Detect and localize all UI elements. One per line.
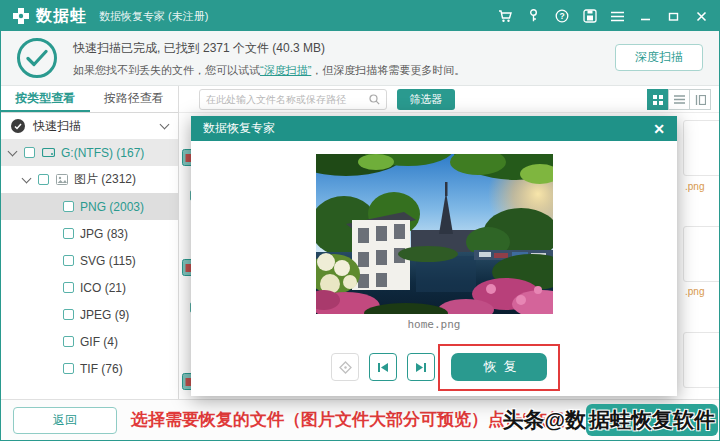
tree-item-label: JPG (83) <box>80 227 128 241</box>
grid-toolbar: 筛选器 <box>179 86 719 113</box>
tree-checkbox[interactable] <box>63 336 74 347</box>
data-recovery-app-window: 数据蛙 数据恢复专家 (未注册) ? <box>0 0 720 441</box>
tree-checkbox[interactable] <box>63 228 74 239</box>
file-card[interactable] <box>683 226 719 282</box>
preview-controls: 恢复 <box>191 353 677 381</box>
scan-mode-label: 快速扫描 <box>33 118 81 135</box>
tree-checkbox[interactable] <box>63 363 74 374</box>
tree-item-ico[interactable]: ICO (21) <box>1 274 178 301</box>
maximize-icon[interactable] <box>666 9 681 24</box>
dialog-title-bar: 数据恢复专家 ✕ <box>191 116 677 141</box>
app-logo-icon <box>11 6 31 26</box>
recover-button[interactable]: 恢复 <box>451 353 547 381</box>
tree-item-label: PNG (2003) <box>80 200 144 214</box>
grid-view-icon[interactable] <box>647 89 669 110</box>
sidebar: 按类型查看 按路径查看 快速扫描 G:(NTFS) (167) 图片 (2312… <box>1 86 179 399</box>
chevron-down-icon[interactable] <box>8 146 18 156</box>
watermark: 头条@数据蛙恢复软件 <box>503 404 718 436</box>
tree-item-tif[interactable]: TIF (76) <box>1 355 178 382</box>
dialog-close-icon[interactable]: ✕ <box>653 122 665 136</box>
tree-item-jpeg[interactable]: JPEG (9) <box>1 301 178 328</box>
svg-text:?: ? <box>559 11 564 21</box>
chevron-down-icon[interactable] <box>22 173 32 183</box>
tree-checkbox[interactable] <box>63 201 74 212</box>
close-icon[interactable] <box>694 9 709 24</box>
tree-item-label: G:(NTFS) (167) <box>61 146 144 160</box>
filter-button[interactable]: 筛选器 <box>397 89 455 110</box>
tree-checkbox[interactable] <box>24 147 35 158</box>
scan-mode-check-icon <box>11 119 25 133</box>
title-bar: 数据蛙 数据恢复专家 (未注册) ? <box>1 1 719 31</box>
preview-filename: home.png <box>191 318 677 331</box>
tree-item-label: 图片 (2312) <box>74 171 136 188</box>
scan-summary-text: 快速扫描已完成, 已找到 2371 个文件 (40.3 MB) <box>73 40 465 57</box>
deep-scan-link[interactable]: “深度扫描” <box>260 64 311 76</box>
file-card[interactable] <box>683 332 719 388</box>
watermark-prefix: 头条@数 <box>503 406 586 434</box>
tree-checkbox[interactable] <box>63 255 74 266</box>
tree-item-drive[interactable]: G:(NTFS) (167) <box>1 139 178 166</box>
dialog-title: 数据恢复专家 <box>203 120 275 137</box>
file-name: .png <box>685 286 704 297</box>
tree-checkbox[interactable] <box>63 282 74 293</box>
search-box <box>199 89 387 110</box>
tab-view-by-path[interactable]: 按路径查看 <box>90 86 179 112</box>
app-subtitle: 数据恢复专家 (未注册) <box>99 9 208 24</box>
drive-icon <box>42 147 55 158</box>
menu-icon[interactable] <box>610 9 625 24</box>
tree-item-jpg[interactable]: JPG (83) <box>1 220 178 247</box>
scan-mode-selector[interactable]: 快速扫描 <box>1 113 178 139</box>
scan-hint-text: 如果您找不到丢失的文件，您可以试试“深度扫描”，但深度扫描将需要更多时间。 <box>73 63 465 78</box>
save-icon[interactable] <box>582 9 597 24</box>
file-card[interactable] <box>683 120 719 176</box>
list-view-icon[interactable] <box>668 89 690 110</box>
chevron-down-icon <box>160 120 170 130</box>
deep-scan-button[interactable]: 深度扫描 <box>615 44 703 71</box>
tree-item-label: GIF (4) <box>80 335 118 349</box>
preview-image <box>316 154 553 314</box>
minimize-icon[interactable] <box>638 9 653 24</box>
back-button[interactable]: 返回 <box>13 407 117 434</box>
search-icon[interactable] <box>369 94 380 105</box>
preview-dialog: 数据恢复专家 ✕ <box>191 116 677 396</box>
file-name: .png <box>685 181 704 192</box>
tree-item-label: ICO (21) <box>80 281 126 295</box>
tab-view-by-type[interactable]: 按类型查看 <box>1 86 90 112</box>
tree-item-label: JPEG (9) <box>80 308 129 322</box>
watermark-badge: 据蛙恢复软件 <box>586 404 718 436</box>
cart-icon[interactable] <box>498 9 513 24</box>
tree-item-png[interactable]: PNG (2003) <box>1 193 178 220</box>
tree-item-label: TIF (76) <box>80 362 123 376</box>
bottom-bar: 返回 选择需要恢复的文件（图片文件大部分可预览）点击“恢复” 头条@数据蛙恢复软… <box>1 399 719 440</box>
scan-result-banner: 快速扫描已完成, 已找到 2371 个文件 (40.3 MB) 如果您找不到丢失… <box>1 31 719 86</box>
tree-item-pictures[interactable]: 图片 (2312) <box>1 166 178 193</box>
search-input[interactable] <box>200 94 369 105</box>
app-logo-text: 数据蛙 <box>36 6 87 27</box>
fit-zoom-icon[interactable] <box>331 353 359 381</box>
image-file-icon <box>56 174 68 185</box>
previous-file-icon[interactable] <box>369 353 397 381</box>
scan-complete-check-icon <box>17 38 57 78</box>
next-file-icon[interactable] <box>407 353 435 381</box>
tree-checkbox[interactable] <box>63 309 74 320</box>
tree-item-label: SVG (115) <box>80 254 136 268</box>
help-icon[interactable]: ? <box>554 9 569 24</box>
tree-item-gif[interactable]: GIF (4) <box>1 328 178 355</box>
sidebar-tabs: 按类型查看 按路径查看 <box>1 86 178 113</box>
tree-checkbox[interactable] <box>38 174 49 185</box>
tree-item-svg[interactable]: SVG (115) <box>1 247 178 274</box>
key-icon[interactable] <box>526 9 541 24</box>
detail-view-icon[interactable] <box>689 89 711 110</box>
